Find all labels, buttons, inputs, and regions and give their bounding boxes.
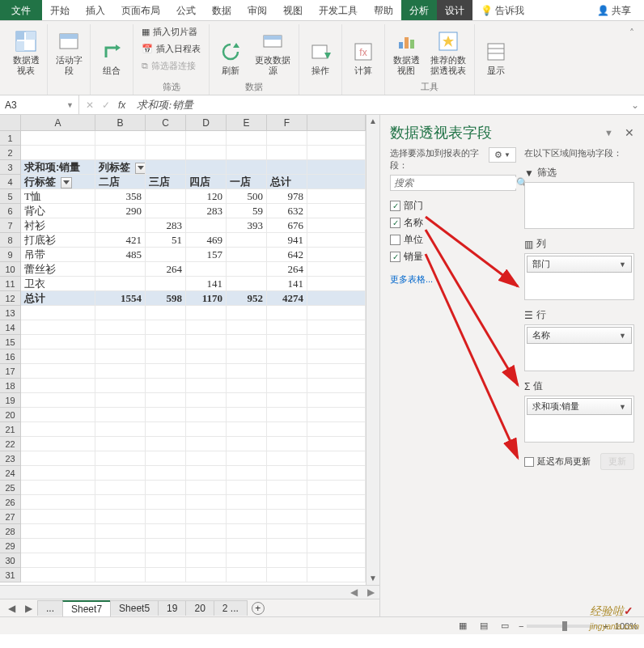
- cell[interactable]: [146, 437, 186, 451]
- cell[interactable]: [227, 553, 267, 568]
- cell[interactable]: [95, 393, 146, 408]
- cell[interactable]: [21, 495, 95, 510]
- col-header-E[interactable]: E: [227, 115, 267, 131]
- cell[interactable]: 背心: [21, 204, 95, 218]
- values-item-sales[interactable]: 求和项:销量▼: [527, 398, 632, 415]
- sheet-19[interactable]: 19: [158, 600, 186, 616]
- rows-item-name[interactable]: 名称▼: [527, 327, 632, 344]
- zoom-in-icon[interactable]: +: [603, 621, 608, 631]
- cell[interactable]: 4274: [267, 291, 307, 306]
- cell[interactable]: [146, 393, 186, 408]
- cell[interactable]: [227, 335, 267, 349]
- cell[interactable]: [95, 553, 146, 568]
- cell[interactable]: [267, 437, 307, 451]
- cell[interactable]: [95, 218, 146, 233]
- more-tables-link[interactable]: 更多表格...: [390, 273, 516, 286]
- row-header[interactable]: 31: [0, 568, 21, 582]
- cell[interactable]: [307, 262, 366, 277]
- tab-insert[interactable]: 插入: [78, 0, 113, 20]
- confirm-icon[interactable]: ✓: [102, 100, 110, 111]
- row-header[interactable]: 29: [0, 539, 21, 553]
- checkbox[interactable]: [390, 201, 400, 211]
- cell[interactable]: 598: [146, 291, 186, 306]
- cell[interactable]: [186, 524, 227, 539]
- cell[interactable]: [186, 379, 227, 393]
- cell[interactable]: [146, 408, 186, 422]
- col-header-rest[interactable]: [307, 115, 366, 131]
- cell[interactable]: [95, 568, 146, 582]
- cell[interactable]: [186, 495, 227, 510]
- cell[interactable]: [146, 364, 186, 379]
- cell[interactable]: [307, 481, 366, 495]
- cell[interactable]: [146, 146, 186, 160]
- cell[interactable]: [307, 204, 366, 218]
- cell[interactable]: [21, 146, 95, 160]
- cell[interactable]: [146, 277, 186, 291]
- cell[interactable]: [95, 451, 146, 466]
- cell[interactable]: [267, 306, 307, 320]
- filter-drop-zone[interactable]: [524, 182, 634, 229]
- cell[interactable]: [227, 451, 267, 466]
- cell[interactable]: [307, 160, 366, 175]
- cell[interactable]: [186, 349, 227, 364]
- cell[interactable]: [267, 393, 307, 408]
- cell[interactable]: 吊带: [21, 248, 95, 262]
- cell[interactable]: [186, 510, 227, 524]
- cell[interactable]: [95, 320, 146, 335]
- cell[interactable]: [307, 451, 366, 466]
- cell[interactable]: [95, 524, 146, 539]
- cell[interactable]: [95, 277, 146, 291]
- cell[interactable]: [21, 437, 95, 451]
- cell[interactable]: 421: [95, 233, 146, 248]
- cell[interactable]: [227, 248, 267, 262]
- cell[interactable]: [186, 262, 227, 277]
- activefield-button[interactable]: 活动字段: [53, 24, 85, 78]
- cell[interactable]: [186, 408, 227, 422]
- cell[interactable]: 283: [146, 218, 186, 233]
- col-header-A[interactable]: A: [21, 115, 95, 131]
- cell[interactable]: 978: [267, 189, 307, 204]
- cell[interactable]: [146, 320, 186, 335]
- cell[interactable]: [307, 131, 366, 146]
- name-box[interactable]: A3 ▼: [0, 95, 79, 114]
- cell[interactable]: 642: [267, 248, 307, 262]
- row-header[interactable]: 12: [0, 291, 21, 306]
- cell[interactable]: [21, 568, 95, 582]
- cell[interactable]: [307, 408, 366, 422]
- field-item[interactable]: 单位: [390, 231, 516, 248]
- scroll-down-icon[interactable]: ▼: [366, 572, 379, 585]
- zoom-slider[interactable]: − +: [519, 621, 608, 631]
- field-item[interactable]: 销量: [390, 248, 516, 265]
- cell[interactable]: [227, 568, 267, 582]
- cell[interactable]: [267, 466, 307, 481]
- cell[interactable]: [95, 422, 146, 437]
- cell[interactable]: [146, 495, 186, 510]
- vertical-scrollbar[interactable]: ▲ ▼: [366, 115, 379, 585]
- row-header[interactable]: 7: [0, 218, 21, 233]
- row-header[interactable]: 25: [0, 481, 21, 495]
- cell[interactable]: 485: [95, 248, 146, 262]
- cell[interactable]: [267, 320, 307, 335]
- cell[interactable]: [227, 422, 267, 437]
- cell[interactable]: [186, 422, 227, 437]
- cell[interactable]: [146, 539, 186, 553]
- sheet-sheet5[interactable]: Sheet5: [110, 600, 159, 616]
- cell[interactable]: 蕾丝衫: [21, 262, 95, 277]
- insert-slicer-button[interactable]: ▦插入切片器: [138, 24, 204, 40]
- cell[interactable]: [186, 364, 227, 379]
- cell[interactable]: [267, 495, 307, 510]
- field-item[interactable]: 名称: [390, 214, 516, 231]
- cell[interactable]: [21, 466, 95, 481]
- cell[interactable]: [307, 175, 366, 189]
- pivottable-button[interactable]: 数据透视表: [10, 24, 42, 78]
- cell[interactable]: [186, 568, 227, 582]
- cell[interactable]: [307, 306, 366, 320]
- cell[interactable]: [21, 422, 95, 437]
- cell[interactable]: [267, 379, 307, 393]
- cell[interactable]: 469: [186, 233, 227, 248]
- cell[interactable]: [227, 233, 267, 248]
- expand-formula-icon[interactable]: ⌄: [626, 100, 644, 111]
- cell[interactable]: [307, 218, 366, 233]
- zoom-out-icon[interactable]: −: [519, 621, 523, 631]
- row-header[interactable]: 23: [0, 451, 21, 466]
